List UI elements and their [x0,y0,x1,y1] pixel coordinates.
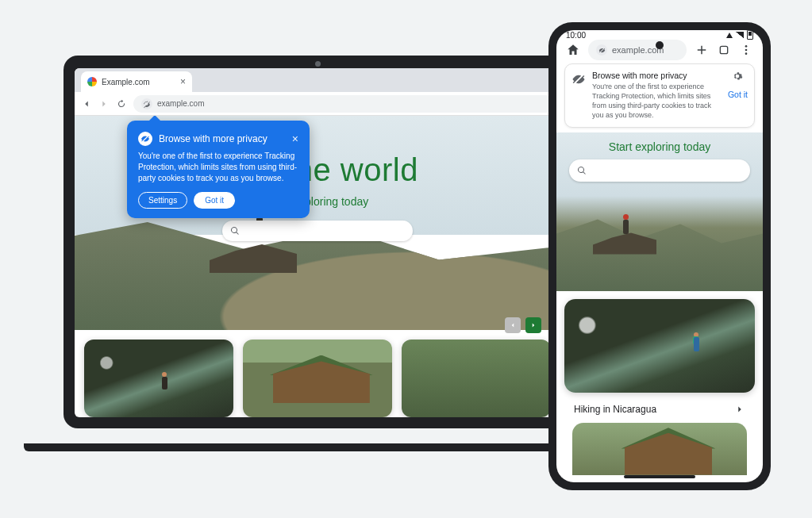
mobile-search-input[interactable] [569,159,750,182]
mobile-card-list: Hiking in Nicaragua [556,291,763,482]
svg-point-2 [745,49,748,52]
laptop-device: Example.com × [63,56,571,448]
new-tab-icon[interactable] [695,43,709,57]
gesture-bar [624,475,695,478]
privacy-eye-icon [571,72,586,86]
phone-device: 10:00 example.com [548,22,771,490]
mobile-card[interactable] [572,423,747,475]
popover-body: You're one of the first to experience Tr… [138,151,298,184]
notice-title: Browse with more privacy [592,71,722,80]
laptop-screen: Example.com × [75,68,560,417]
omnibox-url: example.com [157,99,204,108]
menu-icon[interactable] [739,43,753,57]
mobile-card-row[interactable]: Hiking in Nicaragua [564,399,755,423]
svg-rect-0 [720,46,727,53]
tracking-protection-icon[interactable] [141,98,152,109]
card-title: Hiking in Nicaragua [574,404,656,415]
gallery-cards [84,340,551,417]
gallery-next-button[interactable] [525,317,541,333]
mobile-hero: Start exploring today [556,132,763,291]
laptop-base [24,443,611,451]
popover-title: Browse with more privacy [159,133,286,144]
phone-camera [656,41,664,49]
mobile-omnibox[interactable]: example.com [588,40,687,60]
notice-gotit-button[interactable]: Got it [728,90,748,99]
privacy-popover: Browse with more privacy × You're one of… [127,121,310,218]
gallery-card[interactable] [243,340,392,417]
page-content: avel the world Start exploring today Br [75,116,560,417]
wifi-icon [726,33,733,38]
forward-icon[interactable] [98,98,110,109]
privacy-eye-icon [138,132,152,146]
reload-icon[interactable] [116,98,127,109]
search-icon [577,166,587,175]
popover-gotit-button[interactable]: Got it [194,192,235,209]
chevron-right-icon [734,404,745,415]
back-icon[interactable] [81,98,92,109]
svg-point-3 [745,52,748,55]
tab-close-icon[interactable]: × [180,76,186,87]
notice-body: You're one of the first to experience Tr… [592,82,722,121]
tabs-icon[interactable] [717,43,731,57]
laptop-bezel: Example.com × [63,56,571,428]
browser-toolbar: example.com [75,92,560,116]
favicon-icon [87,77,97,86]
mobile-privacy-notice: Browse with more privacy You're one of t… [564,63,755,128]
mobile-card[interactable] [564,299,755,393]
notice-settings-icon[interactable] [732,71,743,82]
gallery-nav [505,317,541,333]
status-bar: 10:00 [556,30,763,40]
tab-strip: Example.com × [75,68,560,92]
svg-point-1 [745,45,748,48]
omnibox[interactable]: example.com [133,95,554,113]
tracking-protection-icon[interactable] [596,44,607,56]
gallery-card[interactable] [402,340,551,417]
gallery-card[interactable] [84,340,233,417]
browser-tab[interactable]: Example.com × [81,71,192,92]
signal-icon [736,32,744,38]
gallery-prev-button[interactable] [505,317,521,333]
tab-title: Example.com [102,78,150,86]
status-time: 10:00 [566,31,586,40]
popover-close-icon[interactable]: × [292,133,298,144]
mobile-hero-subheadline: Start exploring today [556,132,763,153]
laptop-camera [315,61,321,67]
phone-screen: 10:00 example.com [556,30,763,482]
popover-settings-button[interactable]: Settings [138,192,187,209]
search-icon [230,226,240,236]
hero-search-input[interactable] [222,221,413,241]
home-icon[interactable] [566,43,580,57]
battery-icon [747,30,753,40]
